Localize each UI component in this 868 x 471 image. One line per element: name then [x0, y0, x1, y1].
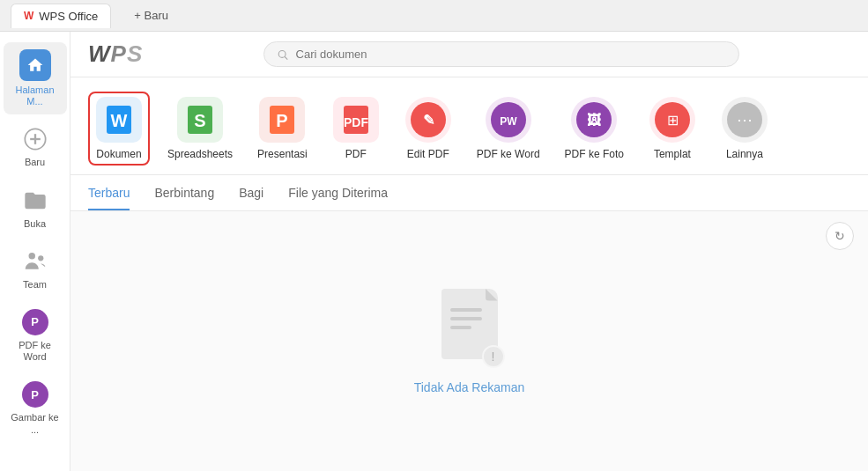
new-icon: [21, 125, 49, 153]
svg-point-5: [278, 50, 286, 57]
content-area: W P S W: [70, 32, 868, 471]
lainnya-icon: ⋯: [722, 97, 768, 143]
home-icon: [19, 49, 51, 81]
warning-badge: !: [482, 345, 505, 368]
sidebar-new-label: Baru: [25, 157, 45, 168]
svg-point-3: [28, 253, 35, 260]
dokumen-label: Dokumen: [96, 148, 141, 160]
pdf-ke-word-label: PDF ke Word: [477, 148, 540, 160]
tool-pdf-ke-word[interactable]: PW PDF ke Word: [470, 92, 547, 166]
folder-icon: [21, 187, 49, 215]
refresh-button[interactable]: ↻: [826, 222, 854, 250]
doc-line-3: [450, 326, 471, 329]
search-input[interactable]: [296, 48, 727, 61]
lainnya-label: Lainnya: [726, 148, 763, 160]
titlebar: W WPS Office + Baru: [0, 0, 868, 32]
sidebar-team-label: Team: [23, 279, 47, 291]
pdf-icon: PDF: [333, 97, 379, 143]
pdf-label: PDF: [345, 148, 367, 160]
svg-text:PDF: PDF: [344, 115, 368, 129]
tool-pdf-ke-foto[interactable]: 🖼 PDF ke Foto: [558, 92, 631, 166]
img-word-sidebar-icon: P: [21, 380, 49, 408]
pdf-ke-foto-icon: 🖼: [571, 97, 617, 143]
doc-lines: [450, 308, 482, 329]
new-tab-label: + Baru: [134, 9, 168, 22]
svg-text:✎: ✎: [422, 113, 434, 128]
svg-text:⊞: ⊞: [666, 113, 678, 128]
presentasi-icon: P: [259, 97, 305, 143]
tool-dokumen[interactable]: W Dokumen: [88, 92, 150, 166]
wps-logo: W P S: [88, 40, 142, 68]
svg-text:🖼: 🖼: [587, 113, 601, 128]
pdf-ke-foto-label: PDF ke Foto: [565, 148, 624, 160]
doc-line-1: [450, 308, 482, 312]
dokumen-icon: W: [96, 97, 142, 143]
team-icon: [21, 247, 49, 276]
templat-icon: ⊞: [649, 97, 695, 143]
refresh-icon: ↻: [835, 229, 845, 243]
svg-text:S: S: [194, 111, 205, 130]
spreadsheets-label: Spreadsheets: [167, 148, 233, 160]
main-content: ↻ ! Tidak Ada Rekaman: [70, 211, 868, 471]
tool-pdf[interactable]: PDF PDF: [325, 92, 387, 166]
tab-berbintang[interactable]: Berbintang: [154, 175, 214, 210]
edit-pdf-label: Edit PDF: [407, 148, 449, 160]
svg-text:PW: PW: [500, 115, 517, 128]
svg-text:⋯: ⋯: [737, 111, 753, 129]
new-tab-button[interactable]: + Baru: [125, 5, 177, 26]
sidebar: Halaman M... Baru Buka: [0, 32, 70, 471]
tabs-section: Terbaru Berbintang Bagi File yang Diteri…: [70, 175, 868, 211]
tab-label: WPS Office: [39, 10, 98, 23]
templat-label: Templat: [654, 148, 691, 160]
main-layout: Halaman M... Baru Buka: [0, 32, 868, 471]
empty-doc-icon: !: [434, 289, 505, 368]
tools-grid: W Dokumen S Spreadsheets: [88, 92, 850, 166]
sidebar-item-open[interactable]: Buka: [4, 180, 67, 237]
tool-lainnya[interactable]: ⋯ Lainnya: [714, 92, 775, 166]
svg-point-4: [38, 255, 43, 261]
pdf-word-sidebar-icon: P: [21, 308, 49, 336]
sidebar-open-label: Buka: [24, 218, 46, 230]
spreadsheets-icon: S: [177, 97, 223, 143]
empty-state: ! Tidak Ada Rekaman: [414, 289, 525, 394]
tool-presentasi[interactable]: P Presentasi: [250, 92, 315, 166]
svg-text:P: P: [277, 111, 288, 130]
presentasi-label: Presentasi: [257, 148, 308, 160]
svg-text:W: W: [111, 111, 128, 130]
sidebar-pdf-word-label: PDF ke Word: [9, 340, 62, 363]
empty-message: Tidak Ada Rekaman: [414, 380, 525, 394]
tool-spreadsheets[interactable]: S Spreadsheets: [160, 92, 240, 166]
wps-office-tab[interactable]: W WPS Office: [11, 4, 111, 28]
tool-edit-pdf[interactable]: ✎ Edit PDF: [397, 92, 459, 166]
tab-icon: W: [24, 10, 33, 22]
tools-section: W Dokumen S Spreadsheets: [70, 77, 868, 175]
header: W P S: [70, 32, 868, 77]
search-bar[interactable]: [263, 41, 739, 67]
sidebar-item-pdf-word[interactable]: P PDF ke Word: [4, 301, 67, 370]
sidebar-item-home[interactable]: Halaman M...: [4, 42, 67, 114]
tool-templat[interactable]: ⊞ Templat: [642, 92, 703, 166]
tab-bagi[interactable]: Bagi: [239, 175, 263, 210]
sidebar-item-new[interactable]: Baru: [4, 118, 67, 175]
search-icon: [277, 48, 288, 61]
sidebar-home-label: Halaman M...: [9, 85, 62, 107]
pdf-ke-word-icon: PW: [486, 97, 531, 143]
sidebar-item-team[interactable]: Team: [4, 240, 67, 298]
tab-terbaru[interactable]: Terbaru: [88, 175, 130, 210]
tab-file-diterima[interactable]: File yang Diterima: [288, 175, 388, 210]
doc-line-2: [450, 317, 482, 320]
sidebar-img-word-label: Gambar ke ...: [9, 412, 62, 435]
sidebar-item-img-word[interactable]: P Gambar ke ...: [4, 373, 67, 442]
svg-line-6: [285, 56, 287, 59]
edit-pdf-icon: ✎: [405, 97, 451, 143]
